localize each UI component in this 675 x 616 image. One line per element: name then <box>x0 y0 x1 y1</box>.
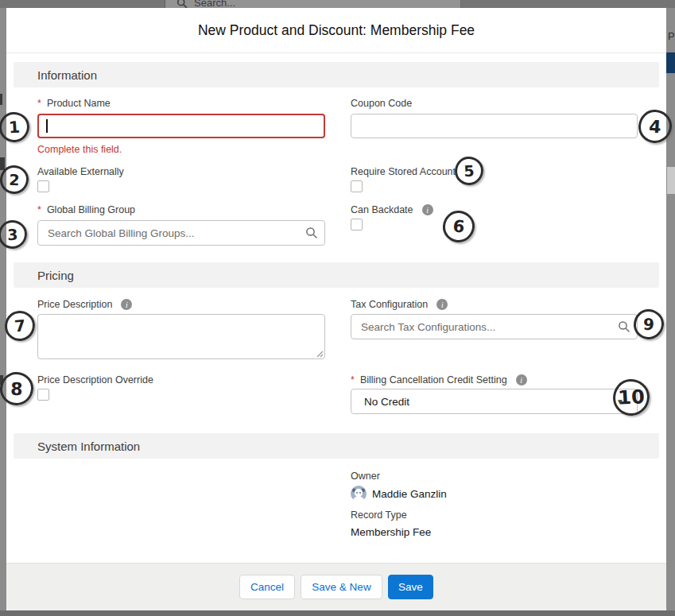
price-description-label: Price Description i <box>37 299 132 310</box>
background-app-header: Search... <box>0 0 675 8</box>
record-type-label: Record Type <box>351 509 407 521</box>
modal-footer: Cancel Save & New Save <box>6 563 666 610</box>
can-backdate-label: Can Backdate i <box>351 204 433 215</box>
annotation-number: 4 <box>648 116 661 137</box>
tax-configuration-label: Tax Configuration i <box>351 299 448 310</box>
product-name-input[interactable] <box>37 114 325 138</box>
backdrop-light-block <box>667 167 675 194</box>
product-name-label: *Product Name <box>37 98 111 109</box>
section-system-information: System Information <box>14 433 659 459</box>
billing-cancellation-credit-setting-select[interactable]: No Credit ▼ <box>351 389 638 414</box>
backdrop-edge-text: P <box>668 30 675 42</box>
annotation-number: 10 <box>618 385 646 409</box>
section-system-information-title: System Information <box>37 440 140 453</box>
section-information: Information <box>14 62 659 87</box>
require-stored-account-label: Require Stored Account <box>351 166 456 177</box>
save-button[interactable]: Save <box>388 575 433 599</box>
backdrop-bottom <box>0 610 675 616</box>
selected-option: No Credit <box>364 396 409 408</box>
available-externally-checkbox[interactable] <box>37 180 49 192</box>
section-information-title: Information <box>37 68 97 82</box>
modal-title: New Product and Discount: Membership Fee <box>198 22 475 39</box>
annotation-number: 8 <box>10 378 23 399</box>
search-icon <box>177 0 188 8</box>
required-asterisk: * <box>37 98 41 109</box>
coupon-code-label: Coupon Code <box>351 98 412 109</box>
require-stored-account-checkbox[interactable] <box>351 180 363 192</box>
required-asterisk: * <box>37 204 41 215</box>
new-record-modal: New Product and Discount: Membership Fee… <box>6 8 666 610</box>
annotation-number: 9 <box>642 315 655 335</box>
text-cursor <box>46 119 48 133</box>
owner-name[interactable]: Maddie Ganzlin <box>372 488 447 500</box>
section-pricing-title: Pricing <box>37 269 74 282</box>
available-externally-label: Available Externally <box>37 166 124 177</box>
info-icon[interactable]: i <box>436 299 448 310</box>
price-description-override-label: Price Description Override <box>37 374 153 385</box>
billing-cancellation-credit-setting-label: *Billing Cancellation Credit Setting i <box>351 374 527 385</box>
section-pricing: Pricing <box>14 262 659 288</box>
backdrop-left <box>0 8 6 610</box>
backdrop-right: P <box>666 8 675 610</box>
price-description-override-checkbox[interactable] <box>37 389 49 401</box>
cancel-button[interactable]: Cancel <box>239 575 295 599</box>
annotation-number: 6 <box>452 216 465 236</box>
info-icon[interactable]: i <box>121 299 132 310</box>
backdrop-navy-block <box>666 52 675 73</box>
required-asterisk: * <box>351 374 355 385</box>
global-billing-group-search-input[interactable] <box>37 220 325 246</box>
owner-value: Maddie Ganzlin <box>351 486 447 502</box>
avatar <box>351 486 367 502</box>
background-global-search: Search... <box>165 0 461 8</box>
global-billing-group-label: *Global Billing Group <box>37 204 135 215</box>
annotation-number: 3 <box>7 226 18 243</box>
coupon-code-input[interactable] <box>351 114 638 138</box>
tax-configuration-search-input[interactable] <box>351 314 638 339</box>
global-search-placeholder: Search... <box>194 0 235 8</box>
modal-header: New Product and Discount: Membership Fee <box>6 8 666 53</box>
annotation-number: 2 <box>9 171 20 189</box>
annotation-number: 7 <box>14 316 26 335</box>
product-name-error: Complete this field. <box>37 144 122 155</box>
annotation-number: 1 <box>8 118 21 138</box>
record-type-value: Membership Fee <box>351 526 431 538</box>
info-icon[interactable]: i <box>422 204 433 215</box>
price-description-textarea[interactable] <box>37 314 325 359</box>
annotation-number: 5 <box>464 162 475 180</box>
info-icon[interactable]: i <box>516 374 527 385</box>
save-and-new-button[interactable]: Save & New <box>301 575 382 599</box>
can-backdate-checkbox[interactable] <box>351 219 363 231</box>
owner-label: Owner <box>351 471 380 482</box>
